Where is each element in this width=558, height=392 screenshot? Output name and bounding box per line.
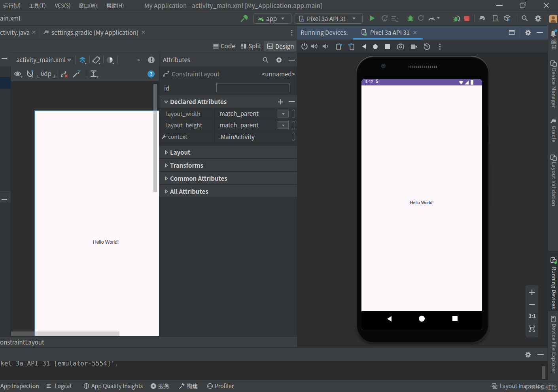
nav-back[interactable] bbox=[386, 316, 392, 322]
dt-volup[interactable] bbox=[310, 43, 318, 50]
mode-design[interactable]: Design bbox=[264, 41, 296, 51]
palette-header bbox=[0, 53, 11, 66]
menu-window[interactable]: 窗口(W) bbox=[79, 0, 97, 11]
tab-main-xml: ain.xml bbox=[0, 11, 21, 25]
btn-autoconnect[interactable] bbox=[26, 70, 34, 78]
run-hide[interactable] bbox=[537, 354, 544, 355]
file-select[interactable]: activity_main.xml bbox=[16, 53, 66, 66]
sb-build[interactable]: 构建 bbox=[187, 380, 198, 392]
attr-hide[interactable] bbox=[289, 60, 295, 61]
status-bar: App Inspection Logcat App Quality Insigh… bbox=[0, 380, 558, 392]
sb-services[interactable]: 服务 bbox=[158, 380, 169, 392]
btn-stop[interactable] bbox=[464, 16, 469, 21]
rd-settings[interactable] bbox=[525, 29, 532, 36]
btn-debug[interactable] bbox=[407, 15, 414, 22]
dt-recents[interactable] bbox=[385, 44, 390, 49]
zoom-in[interactable] bbox=[529, 289, 535, 295]
btn-profile bbox=[417, 15, 424, 22]
design-help[interactable]: ? bbox=[148, 70, 155, 78]
console: kel_3a_API_31 [emulator-5554]'. bbox=[0, 361, 548, 380]
design-toolbar-2: 0dp ? bbox=[11, 66, 159, 81]
combo-device[interactable]: Pixel 3a API 31 bbox=[295, 13, 363, 24]
run-settings[interactable] bbox=[525, 351, 532, 358]
editor-tab-menu[interactable] bbox=[289, 30, 295, 36]
breadcrumb-bar: onstraintLayout bbox=[0, 336, 297, 347]
tab-pixel3a[interactable]: Pixel 3a API 31 bbox=[353, 26, 423, 40]
dt-voldown[interactable] bbox=[322, 43, 329, 50]
ctree-minimize[interactable] bbox=[2, 199, 7, 200]
dt-more[interactable] bbox=[439, 44, 441, 50]
menu-run[interactable]: 运行(U) bbox=[3, 0, 21, 11]
sb-app-inspection[interactable]: App Inspection bbox=[0, 380, 39, 392]
menu-tools[interactable]: 工具(T) bbox=[29, 0, 46, 11]
main-toolbar: ain.xml app Pixel 3a API 31 A bbox=[0, 11, 548, 26]
phone-screen: 3:42 S Hello World! bbox=[361, 79, 482, 330]
attr-section-all[interactable]: All Attributes bbox=[159, 185, 297, 198]
attr-row-context: context .MainActivity bbox=[159, 131, 297, 143]
palette-minimize[interactable] bbox=[2, 58, 7, 59]
dt-record[interactable] bbox=[410, 44, 418, 50]
dt-power[interactable] bbox=[301, 43, 308, 50]
attr-settings[interactable] bbox=[276, 57, 282, 63]
zoom-out[interactable] bbox=[529, 304, 535, 305]
build-hammer[interactable] bbox=[240, 14, 248, 22]
btn-gradle-sync[interactable] bbox=[479, 15, 486, 22]
stripe-gradle[interactable]: Gradle bbox=[550, 126, 558, 142]
stripe-device-file-explorer[interactable]: Device File Explorer bbox=[550, 324, 558, 373]
context-pill[interactable] bbox=[292, 133, 295, 141]
sb-profiler[interactable]: Profiler bbox=[215, 380, 234, 392]
dt-rotate-left[interactable] bbox=[336, 43, 344, 50]
stripe-tongzhi[interactable]: 通知 bbox=[550, 39, 558, 50]
dt-home[interactable] bbox=[373, 44, 378, 49]
attr-remove[interactable] bbox=[289, 101, 295, 102]
rd-float[interactable] bbox=[509, 29, 515, 36]
sb-logcat[interactable]: Logcat bbox=[55, 380, 72, 392]
zoom-fit[interactable] bbox=[529, 326, 535, 332]
width-pill[interactable] bbox=[292, 110, 295, 118]
btn-device-manager[interactable] bbox=[492, 15, 499, 22]
stripe-device-manager-icon bbox=[550, 60, 557, 67]
device-toolbar bbox=[297, 40, 548, 53]
stripe-running-devices[interactable]: Running Devices bbox=[548, 251, 558, 311]
btn-retry-debug[interactable] bbox=[453, 15, 460, 22]
height-pill[interactable] bbox=[292, 121, 295, 129]
zoom-11[interactable]: 1:1 bbox=[528, 312, 537, 319]
nav-home[interactable] bbox=[419, 316, 425, 322]
btn-sdk-manager[interactable] bbox=[504, 15, 511, 22]
console-scrollbar bbox=[542, 366, 545, 379]
id-input[interactable] bbox=[216, 83, 289, 92]
stripe-layout-validation[interactable]: Layout Validation bbox=[550, 162, 558, 206]
dt-snapshot[interactable] bbox=[423, 43, 431, 50]
sb-aqi[interactable]: App Quality Insights bbox=[91, 380, 143, 392]
tab-activity-java[interactable]: ctivity.java bbox=[0, 26, 30, 39]
combo-app[interactable]: app bbox=[253, 13, 291, 24]
stripe-device-manager[interactable]: Device Manager bbox=[550, 68, 558, 108]
artboard: Hello World! bbox=[34, 110, 159, 336]
nav-recents[interactable] bbox=[452, 316, 458, 321]
toolbar-overflow[interactable]: » bbox=[137, 53, 140, 66]
dt-back[interactable] bbox=[361, 44, 367, 49]
width-dd[interactable] bbox=[278, 110, 289, 117]
menu-help[interactable]: 帮助(H) bbox=[106, 0, 124, 11]
margin-select[interactable]: 0dp bbox=[38, 69, 55, 78]
attr-section-layout[interactable]: Layout bbox=[159, 146, 297, 159]
btn-minimize[interactable] bbox=[496, 5, 503, 6]
attr-search[interactable] bbox=[262, 57, 269, 63]
stripe-avatar[interactable] bbox=[549, 15, 557, 23]
btn-close[interactable] bbox=[543, 2, 549, 8]
btn-infer-constraints[interactable] bbox=[72, 70, 81, 78]
attr-section-transforms[interactable]: Transforms bbox=[159, 159, 297, 172]
menu-vcs[interactable]: VCS(S) bbox=[55, 0, 71, 11]
attr-add[interactable] bbox=[278, 99, 284, 105]
btn-gauge[interactable] bbox=[428, 15, 435, 22]
btn-clear-constraints[interactable] bbox=[61, 70, 68, 78]
dt-camera[interactable] bbox=[397, 43, 404, 50]
btn-settings[interactable] bbox=[534, 15, 542, 22]
window-title: My Application - activity_main.xml [My_A… bbox=[144, 0, 323, 11]
btn-run[interactable] bbox=[369, 15, 376, 22]
rd-hide[interactable] bbox=[537, 32, 543, 33]
dt-rotate-right[interactable] bbox=[347, 43, 355, 50]
height-dd[interactable] bbox=[278, 121, 289, 129]
btn-search-everywhere[interactable] bbox=[521, 15, 528, 22]
attr-section-common[interactable]: Common Attributes bbox=[159, 172, 297, 185]
